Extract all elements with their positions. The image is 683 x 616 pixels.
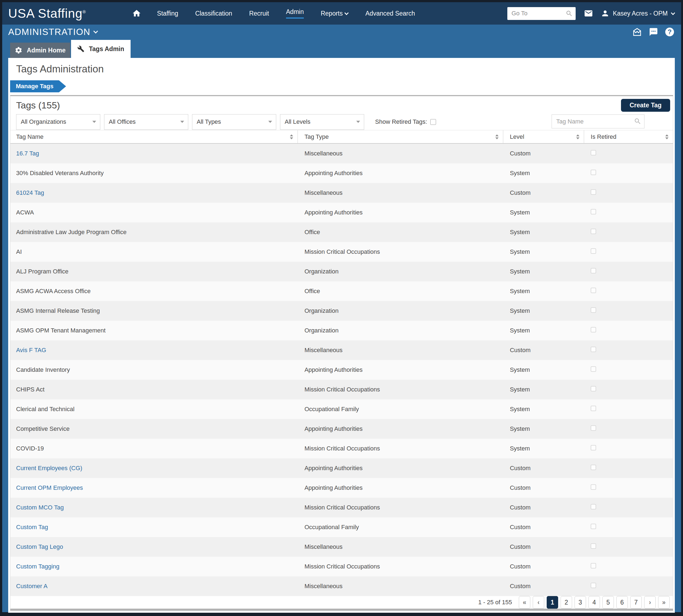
gear-icon — [15, 46, 22, 54]
is-retired-checkbox[interactable] — [591, 484, 596, 490]
is-retired-checkbox[interactable] — [591, 524, 596, 529]
page-button-5[interactable]: 5 — [602, 596, 614, 609]
tag-type-cell: Appointing Authorities — [298, 425, 503, 433]
is-retired-checkbox[interactable] — [591, 268, 596, 273]
is-retired-checkbox[interactable] — [591, 209, 596, 215]
first-page-button[interactable]: « — [519, 596, 530, 609]
is-retired-checkbox[interactable] — [591, 189, 596, 195]
is-retired-checkbox[interactable] — [591, 425, 596, 431]
types-filter[interactable]: All Types — [192, 114, 276, 130]
tag-type-cell: Occupational Family — [298, 406, 503, 413]
tag-name-cell[interactable]: Current OPM Employees — [10, 484, 298, 491]
offices-filter[interactable]: All Offices — [104, 114, 188, 130]
panel-header: Tags (155) Create Tag — [10, 96, 673, 114]
column-header-level[interactable]: Level — [503, 130, 584, 143]
page-button-2[interactable]: 2 — [560, 596, 572, 609]
tag-name-cell[interactable]: 16.7 Tag — [10, 150, 298, 157]
tag-name-cell[interactable]: Custom Tag Lego — [10, 543, 298, 550]
tag-name-cell[interactable]: 61024 Tag — [10, 189, 298, 196]
is-retired-checkbox[interactable] — [591, 248, 596, 254]
nav-item-staffing[interactable]: Staffing — [157, 10, 178, 17]
table-row: Customer AMiscellaneousCustom — [10, 576, 673, 596]
mail-icon[interactable] — [584, 9, 593, 18]
is-retired-checkbox[interactable] — [591, 465, 596, 470]
is-retired-checkbox[interactable] — [591, 170, 596, 175]
tag-name-input[interactable] — [552, 115, 644, 128]
tab-tags-admin[interactable]: Tags Admin — [71, 40, 131, 58]
is-retired-checkbox[interactable] — [591, 445, 596, 450]
column-header-tag-name[interactable]: Tag Name — [10, 130, 298, 143]
tag-name-cell[interactable]: Custom MCO Tag — [10, 504, 298, 511]
search-icon[interactable] — [566, 10, 573, 17]
home-icon[interactable] — [132, 9, 141, 18]
nav-item-classification[interactable]: Classification — [195, 10, 232, 17]
is-retired-checkbox[interactable] — [591, 406, 596, 411]
nav-item-recruit[interactable]: Recruit — [249, 10, 269, 17]
level-cell: System — [503, 327, 584, 334]
is-retired-cell — [584, 307, 673, 314]
is-retired-checkbox[interactable] — [591, 366, 596, 372]
level-cell: Custom — [503, 465, 584, 472]
last-page-button[interactable]: » — [658, 596, 669, 609]
column-header-is-retired[interactable]: Is Retired — [584, 130, 673, 143]
help-icon[interactable]: ? — [665, 28, 674, 36]
is-retired-cell — [584, 484, 673, 491]
is-retired-cell — [584, 524, 673, 531]
page-button-7[interactable]: 7 — [630, 596, 642, 609]
manage-tags-breadcrumb[interactable]: Manage Tags — [10, 80, 66, 92]
is-retired-checkbox[interactable] — [591, 386, 596, 392]
show-retired-checkbox[interactable] — [430, 119, 436, 125]
nav-item-admin[interactable]: Admin — [286, 8, 304, 19]
page-button-6[interactable]: 6 — [616, 596, 628, 609]
is-retired-checkbox[interactable] — [591, 229, 596, 234]
next-page-button[interactable]: › — [644, 596, 656, 609]
search-icon[interactable] — [634, 117, 641, 125]
is-retired-checkbox[interactable] — [591, 327, 596, 332]
is-retired-checkbox[interactable] — [591, 150, 596, 155]
tab-admin-home[interactable]: Admin Home — [10, 43, 70, 58]
app-window: USA Staffing® StaffingClassificationRecr… — [0, 0, 683, 616]
table-row: Custom MCO TagMission Critical Occupatio… — [10, 498, 673, 518]
tag-name-cell[interactable]: Custom Tagging — [10, 563, 298, 570]
is-retired-checkbox[interactable] — [591, 288, 596, 293]
nav-item-advanced-search[interactable]: Advanced Search — [366, 10, 415, 17]
is-retired-checkbox[interactable] — [591, 563, 596, 569]
tag-name-cell: ALJ Program Office — [10, 268, 298, 275]
page-button-4[interactable]: 4 — [589, 596, 600, 609]
is-retired-checkbox[interactable] — [591, 543, 596, 549]
tag-name-cell[interactable]: Custom Tag — [10, 524, 298, 531]
is-retired-checkbox[interactable] — [591, 307, 596, 313]
envelope-open-icon[interactable] — [633, 27, 642, 37]
is-retired-cell — [584, 229, 673, 236]
level-cell: Custom — [503, 189, 584, 196]
dropdown-arrow-icon — [268, 121, 272, 123]
is-retired-checkbox[interactable] — [591, 583, 596, 588]
level-cell: Custom — [503, 543, 584, 550]
is-retired-checkbox[interactable] — [591, 504, 596, 509]
previous-page-button[interactable]: ‹ — [533, 596, 544, 609]
is-retired-checkbox[interactable] — [591, 347, 596, 352]
levels-filter[interactable]: All Levels — [280, 114, 364, 130]
chat-icon[interactable] — [649, 27, 658, 37]
administration-menu[interactable]: ADMINISTRATION — [8, 27, 98, 37]
tag-name-cell[interactable]: Avis F TAG — [10, 347, 298, 354]
table-row: ACWAAppointing AuthoritiesSystem — [10, 203, 673, 222]
organizations-filter[interactable]: All Organizations — [16, 114, 100, 130]
column-header-tag-type[interactable]: Tag Type — [298, 130, 503, 143]
types-filter-value: All Types — [197, 118, 221, 125]
page-button-3[interactable]: 3 — [575, 596, 586, 609]
is-retired-cell — [584, 248, 673, 256]
tag-name-cell[interactable]: Customer A — [10, 583, 298, 590]
table-row: 61024 TagMiscellaneousCustom — [10, 183, 673, 203]
tag-type-cell: Office — [298, 229, 503, 236]
user-icon — [601, 9, 610, 18]
chevron-down-icon — [344, 10, 349, 15]
user-menu[interactable]: Kasey Acres - OPM — [601, 9, 675, 18]
tag-name-cell: COVID-19 — [10, 445, 298, 452]
create-tag-button[interactable]: Create Tag — [621, 99, 670, 112]
is-retired-cell — [584, 465, 673, 472]
nav-item-reports[interactable]: Reports — [321, 10, 349, 17]
sort-icon — [665, 134, 668, 139]
tag-name-cell[interactable]: Current Employees (CG) — [10, 465, 298, 472]
page-button-1[interactable]: 1 — [547, 596, 558, 609]
